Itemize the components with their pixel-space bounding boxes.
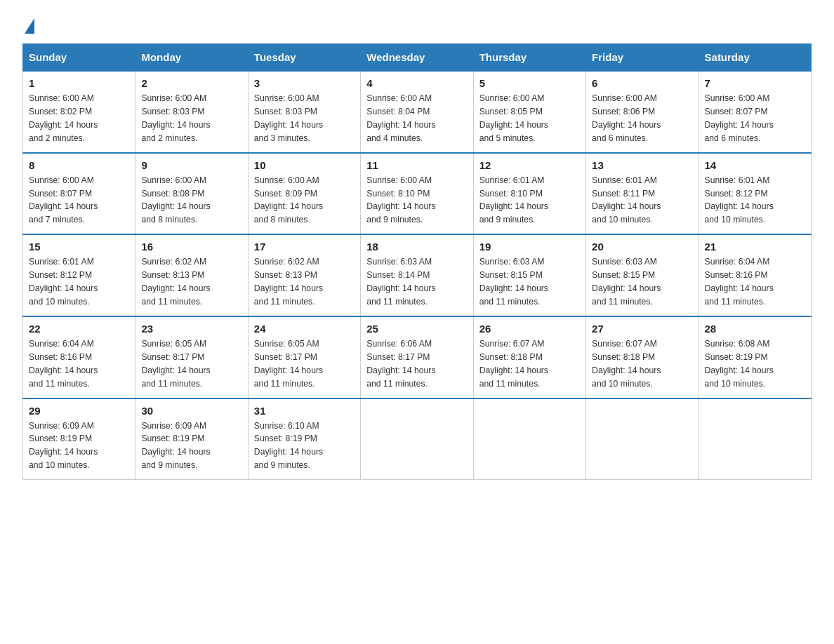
calendar-week-row: 15 Sunrise: 6:01 AMSunset: 8:12 PMDaylig…	[23, 234, 812, 316]
day-number: 5	[479, 77, 580, 89]
day-info: Sunrise: 6:00 AMSunset: 8:07 PMDaylight:…	[29, 175, 98, 225]
day-number: 25	[366, 323, 467, 335]
day-info: Sunrise: 6:09 AMSunset: 8:19 PMDaylight:…	[141, 421, 210, 471]
day-info: Sunrise: 6:04 AMSunset: 8:16 PMDaylight:…	[705, 257, 774, 307]
calendar-cell	[699, 398, 811, 480]
calendar-week-row: 1 Sunrise: 6:00 AMSunset: 8:02 PMDayligh…	[23, 71, 812, 153]
calendar-cell: 7 Sunrise: 6:00 AMSunset: 8:07 PMDayligh…	[699, 71, 811, 153]
day-number: 4	[366, 77, 467, 89]
day-number: 31	[254, 405, 355, 417]
day-number: 20	[592, 241, 692, 253]
calendar-cell: 9 Sunrise: 6:00 AMSunset: 8:08 PMDayligh…	[135, 153, 248, 235]
calendar-cell: 14 Sunrise: 6:01 AMSunset: 8:12 PMDaylig…	[699, 153, 811, 235]
day-info: Sunrise: 6:00 AMSunset: 8:03 PMDaylight:…	[254, 93, 323, 143]
logo	[22, 17, 34, 31]
calendar-table: SundayMondayTuesdayWednesdayThursdayFrid…	[22, 43, 812, 480]
day-number: 18	[366, 241, 467, 253]
day-info: Sunrise: 6:01 AMSunset: 8:12 PMDaylight:…	[29, 257, 98, 307]
day-info: Sunrise: 6:03 AMSunset: 8:14 PMDaylight:…	[366, 257, 435, 307]
day-info: Sunrise: 6:00 AMSunset: 8:05 PMDaylight:…	[479, 93, 548, 143]
col-header-sunday: Sunday	[23, 44, 135, 72]
day-number: 6	[592, 77, 692, 89]
calendar-cell: 4 Sunrise: 6:00 AMSunset: 8:04 PMDayligh…	[361, 71, 473, 153]
day-number: 15	[29, 241, 129, 253]
calendar-cell	[473, 398, 585, 480]
calendar-cell: 17 Sunrise: 6:02 AMSunset: 8:13 PMDaylig…	[248, 234, 360, 316]
col-header-wednesday: Wednesday	[361, 44, 473, 72]
col-header-monday: Monday	[135, 44, 248, 72]
day-number: 30	[141, 405, 241, 417]
day-info: Sunrise: 6:00 AMSunset: 8:07 PMDaylight:…	[705, 93, 774, 143]
day-info: Sunrise: 6:06 AMSunset: 8:17 PMDaylight:…	[366, 339, 435, 389]
calendar-cell: 24 Sunrise: 6:05 AMSunset: 8:17 PMDaylig…	[248, 316, 360, 398]
day-info: Sunrise: 6:01 AMSunset: 8:11 PMDaylight:…	[592, 175, 661, 225]
day-info: Sunrise: 6:03 AMSunset: 8:15 PMDaylight:…	[592, 257, 661, 307]
day-number: 26	[479, 323, 580, 335]
calendar-week-row: 29 Sunrise: 6:09 AMSunset: 8:19 PMDaylig…	[23, 398, 812, 480]
calendar-cell: 1 Sunrise: 6:00 AMSunset: 8:02 PMDayligh…	[23, 71, 135, 153]
day-info: Sunrise: 6:10 AMSunset: 8:19 PMDaylight:…	[254, 421, 323, 471]
day-number: 13	[592, 159, 692, 171]
day-info: Sunrise: 6:00 AMSunset: 8:04 PMDaylight:…	[366, 93, 435, 143]
page-header	[22, 17, 812, 31]
day-info: Sunrise: 6:00 AMSunset: 8:02 PMDaylight:…	[29, 93, 98, 143]
col-header-tuesday: Tuesday	[248, 44, 360, 72]
calendar-cell: 6 Sunrise: 6:00 AMSunset: 8:06 PMDayligh…	[586, 71, 699, 153]
calendar-cell: 19 Sunrise: 6:03 AMSunset: 8:15 PMDaylig…	[473, 234, 585, 316]
day-info: Sunrise: 6:00 AMSunset: 8:10 PMDaylight:…	[366, 175, 435, 225]
day-info: Sunrise: 6:00 AMSunset: 8:03 PMDaylight:…	[141, 93, 210, 143]
day-info: Sunrise: 6:01 AMSunset: 8:10 PMDaylight:…	[479, 175, 548, 225]
day-number: 11	[366, 159, 467, 171]
col-header-thursday: Thursday	[473, 44, 585, 72]
day-info: Sunrise: 6:05 AMSunset: 8:17 PMDaylight:…	[141, 339, 210, 389]
day-number: 22	[29, 323, 129, 335]
day-info: Sunrise: 6:04 AMSunset: 8:16 PMDaylight:…	[29, 339, 98, 389]
calendar-cell: 28 Sunrise: 6:08 AMSunset: 8:19 PMDaylig…	[699, 316, 811, 398]
day-number: 9	[141, 159, 241, 171]
day-info: Sunrise: 6:02 AMSunset: 8:13 PMDaylight:…	[254, 257, 323, 307]
calendar-cell: 31 Sunrise: 6:10 AMSunset: 8:19 PMDaylig…	[248, 398, 360, 480]
calendar-cell: 25 Sunrise: 6:06 AMSunset: 8:17 PMDaylig…	[361, 316, 473, 398]
day-info: Sunrise: 6:08 AMSunset: 8:19 PMDaylight:…	[705, 339, 774, 389]
day-info: Sunrise: 6:09 AMSunset: 8:19 PMDaylight:…	[29, 421, 98, 471]
calendar-cell: 16 Sunrise: 6:02 AMSunset: 8:13 PMDaylig…	[135, 234, 248, 316]
day-info: Sunrise: 6:02 AMSunset: 8:13 PMDaylight:…	[141, 257, 210, 307]
calendar-cell: 23 Sunrise: 6:05 AMSunset: 8:17 PMDaylig…	[135, 316, 248, 398]
calendar-week-row: 8 Sunrise: 6:00 AMSunset: 8:07 PMDayligh…	[23, 153, 812, 235]
calendar-header-row: SundayMondayTuesdayWednesdayThursdayFrid…	[23, 44, 812, 72]
day-number: 23	[141, 323, 241, 335]
calendar-cell	[586, 398, 699, 480]
day-number: 17	[254, 241, 355, 253]
day-number: 19	[479, 241, 580, 253]
calendar-cell: 20 Sunrise: 6:03 AMSunset: 8:15 PMDaylig…	[586, 234, 699, 316]
day-info: Sunrise: 6:03 AMSunset: 8:15 PMDaylight:…	[479, 257, 548, 307]
day-number: 14	[705, 159, 805, 171]
calendar-cell: 15 Sunrise: 6:01 AMSunset: 8:12 PMDaylig…	[23, 234, 135, 316]
day-number: 21	[705, 241, 805, 253]
day-number: 10	[254, 159, 355, 171]
calendar-cell: 26 Sunrise: 6:07 AMSunset: 8:18 PMDaylig…	[473, 316, 585, 398]
col-header-friday: Friday	[586, 44, 699, 72]
calendar-cell: 5 Sunrise: 6:00 AMSunset: 8:05 PMDayligh…	[473, 71, 585, 153]
day-number: 12	[479, 159, 580, 171]
day-info: Sunrise: 6:00 AMSunset: 8:09 PMDaylight:…	[254, 175, 323, 225]
calendar-cell: 2 Sunrise: 6:00 AMSunset: 8:03 PMDayligh…	[135, 71, 248, 153]
calendar-week-row: 22 Sunrise: 6:04 AMSunset: 8:16 PMDaylig…	[23, 316, 812, 398]
calendar-cell: 27 Sunrise: 6:07 AMSunset: 8:18 PMDaylig…	[586, 316, 699, 398]
day-info: Sunrise: 6:07 AMSunset: 8:18 PMDaylight:…	[592, 339, 661, 389]
calendar-cell: 21 Sunrise: 6:04 AMSunset: 8:16 PMDaylig…	[699, 234, 811, 316]
day-info: Sunrise: 6:00 AMSunset: 8:08 PMDaylight:…	[141, 175, 210, 225]
day-info: Sunrise: 6:01 AMSunset: 8:12 PMDaylight:…	[705, 175, 774, 225]
day-number: 8	[29, 159, 129, 171]
day-number: 1	[29, 77, 129, 89]
day-number: 27	[592, 323, 692, 335]
day-number: 28	[705, 323, 805, 335]
day-number: 16	[141, 241, 241, 253]
day-number: 2	[141, 77, 241, 89]
calendar-cell: 18 Sunrise: 6:03 AMSunset: 8:14 PMDaylig…	[361, 234, 473, 316]
calendar-cell: 29 Sunrise: 6:09 AMSunset: 8:19 PMDaylig…	[23, 398, 135, 480]
day-info: Sunrise: 6:07 AMSunset: 8:18 PMDaylight:…	[479, 339, 548, 389]
calendar-cell	[361, 398, 473, 480]
day-number: 24	[254, 323, 355, 335]
calendar-cell: 8 Sunrise: 6:00 AMSunset: 8:07 PMDayligh…	[23, 153, 135, 235]
